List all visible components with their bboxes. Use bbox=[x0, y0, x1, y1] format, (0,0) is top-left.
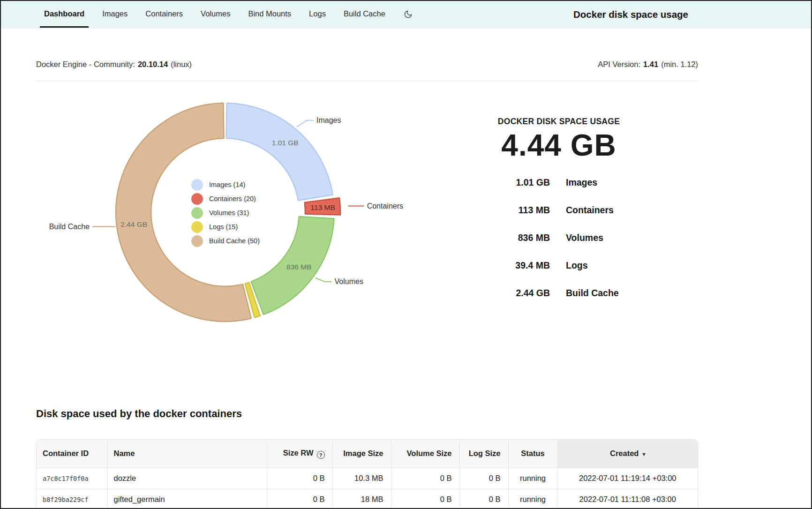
moon-icon bbox=[404, 10, 413, 19]
legend-dot-volumes bbox=[191, 207, 203, 219]
segment-value-label-containers: 113 MB bbox=[311, 203, 335, 211]
legend-item-build-cache: Build Cache (50) bbox=[191, 234, 260, 248]
cell-volume-size: 0 B bbox=[391, 468, 459, 489]
engine-info-row: Docker Engine - Community: 20.10.14 (lin… bbox=[36, 60, 698, 69]
cell-container-id: b8f29ba229cf bbox=[37, 489, 107, 509]
table-row: a7c8c17f0f0adozzle0 B10.3 MB0 B0 Brunnin… bbox=[37, 468, 698, 489]
legend-item-volumes: Volumes (31) bbox=[191, 206, 260, 220]
table-header-row: Container IDNameSize RW?Image SizeVolume… bbox=[37, 440, 698, 468]
column-label: Created bbox=[610, 449, 639, 457]
summary-value: 2.44 GB bbox=[460, 288, 550, 299]
tab-dashboard[interactable]: Dashboard bbox=[40, 1, 89, 28]
summary-heading: DOCKER DISK SPACE USAGE bbox=[460, 116, 657, 127]
summary-row-volumes: 836 MBVolumes bbox=[460, 224, 657, 252]
callout-label-volumes: Volumes bbox=[335, 277, 363, 285]
column-label: Image Size bbox=[343, 449, 383, 457]
cell-image-size: 10.3 MB bbox=[332, 468, 391, 489]
cell-status: running bbox=[508, 489, 557, 509]
containers-section-heading: Disk space used by the docker containers bbox=[36, 408, 242, 420]
engine-version: 20.10.14 bbox=[138, 60, 168, 69]
legend-item-logs: Logs (15) bbox=[191, 220, 260, 234]
sort-desc-icon: ▾ bbox=[642, 451, 645, 457]
legend-label: Images (14) bbox=[209, 181, 245, 188]
usage-summary-panel: DOCKER DISK SPACE USAGE 4.44 GB 1.01 GBI… bbox=[460, 116, 657, 307]
summary-value: 39.4 MB bbox=[460, 260, 550, 271]
cell-name: dozzle bbox=[107, 468, 267, 489]
column-header-created[interactable]: Created▾ bbox=[557, 440, 698, 468]
column-header-volume-size[interactable]: Volume Size bbox=[391, 440, 459, 468]
cell-size-rw: 0 B bbox=[267, 489, 332, 509]
cell-created: 2022-07-01 11:19:14 +03:00 bbox=[557, 468, 698, 489]
summary-value: 1.01 GB bbox=[460, 177, 550, 188]
api-version: 1.41 bbox=[643, 60, 658, 69]
callout-line-images bbox=[297, 120, 314, 127]
column-header-name[interactable]: Name bbox=[107, 440, 267, 468]
legend-dot-build-cache bbox=[191, 235, 203, 247]
table-row: b8f29ba229cfgifted_germain0 B18 MB0 B0 B… bbox=[37, 489, 698, 509]
legend-label: Build Cache (50) bbox=[209, 237, 260, 245]
segment-value-label-volumes: 836 MB bbox=[286, 263, 311, 271]
column-header-log-size[interactable]: Log Size bbox=[459, 440, 508, 468]
cell-status: running bbox=[508, 468, 557, 489]
engine-label: Docker Engine - Community: bbox=[36, 60, 135, 69]
summary-label: Volumes bbox=[566, 232, 603, 243]
callout-label-containers: Containers bbox=[367, 202, 403, 210]
segment-value-label-build-cache: 2.44 GB bbox=[120, 220, 147, 228]
engine-platform: (linux) bbox=[171, 60, 192, 69]
callout-label-build-cache: Build Cache bbox=[49, 223, 90, 231]
dark-mode-toggle[interactable] bbox=[401, 1, 415, 28]
summary-label: Logs bbox=[566, 260, 588, 271]
legend-label: Logs (15) bbox=[209, 223, 238, 231]
legend-dot-images bbox=[191, 179, 203, 191]
tab-bind-mounts[interactable]: Bind Mounts bbox=[244, 1, 295, 28]
chart-legend: Images (14)Containers (20)Volumes (31)Lo… bbox=[191, 178, 260, 248]
legend-label: Volumes (31) bbox=[209, 209, 249, 217]
legend-item-containers: Containers (20) bbox=[191, 192, 260, 206]
tab-containers[interactable]: Containers bbox=[141, 1, 187, 28]
column-header-size-rw[interactable]: Size RW? bbox=[267, 440, 332, 468]
cell-size-rw: 0 B bbox=[267, 468, 332, 489]
summary-label: Build Cache bbox=[566, 288, 619, 299]
api-min-version: (min. 1.12) bbox=[661, 60, 698, 69]
cell-volume-size: 0 B bbox=[391, 489, 459, 509]
column-header-container-id[interactable]: Container ID bbox=[37, 440, 107, 468]
api-label: API Version: bbox=[598, 60, 640, 69]
summary-total: 4.44 GB bbox=[460, 130, 657, 160]
cell-name: gifted_germain bbox=[107, 489, 267, 509]
summary-value: 836 MB bbox=[460, 232, 550, 243]
column-label: Status bbox=[521, 449, 544, 457]
summary-row-logs: 39.4 MBLogs bbox=[460, 252, 657, 279]
legend-dot-containers bbox=[191, 193, 203, 205]
column-label: Container ID bbox=[43, 449, 89, 457]
callout-line-volumes bbox=[316, 278, 332, 282]
legend-item-images: Images (14) bbox=[191, 178, 260, 192]
divider bbox=[36, 81, 698, 81]
api-version-info: API Version: 1.41 (min. 1.12) bbox=[598, 60, 698, 69]
summary-label: Containers bbox=[566, 205, 614, 216]
cell-container-id: a7c8c17f0f0a bbox=[37, 468, 107, 489]
callout-label-images: Images bbox=[316, 116, 341, 124]
segment-value-label-images: 1.01 GB bbox=[272, 139, 299, 147]
help-icon[interactable]: ? bbox=[317, 451, 325, 459]
summary-rows: 1.01 GBImages113 MBContainers836 MBVolum… bbox=[460, 169, 657, 307]
tab-logs[interactable]: Logs bbox=[305, 1, 330, 28]
tab-volumes[interactable]: Volumes bbox=[196, 1, 234, 28]
engine-version-info: Docker Engine - Community: 20.10.14 (lin… bbox=[36, 60, 192, 69]
cell-log-size: 0 B bbox=[459, 489, 508, 509]
column-header-image-size[interactable]: Image Size bbox=[332, 440, 391, 468]
summary-value: 113 MB bbox=[460, 205, 550, 216]
column-label: Name bbox=[114, 449, 135, 457]
column-header-status[interactable]: Status bbox=[508, 440, 557, 468]
top-nav: DashboardImagesContainersVolumesBind Mou… bbox=[1, 1, 811, 28]
column-label: Volume Size bbox=[407, 449, 452, 457]
summary-row-containers: 113 MBContainers bbox=[460, 196, 657, 224]
nav-tabs: DashboardImagesContainersVolumesBind Mou… bbox=[40, 1, 390, 28]
summary-label: Images bbox=[566, 177, 597, 188]
summary-row-images: 1.01 GBImages bbox=[460, 169, 657, 196]
tab-build-cache[interactable]: Build Cache bbox=[339, 1, 390, 28]
column-label: Size RW bbox=[283, 449, 314, 457]
legend-dot-logs bbox=[191, 221, 203, 233]
legend-label: Containers (20) bbox=[209, 195, 256, 202]
cell-image-size: 18 MB bbox=[332, 489, 391, 509]
tab-images[interactable]: Images bbox=[98, 1, 132, 28]
